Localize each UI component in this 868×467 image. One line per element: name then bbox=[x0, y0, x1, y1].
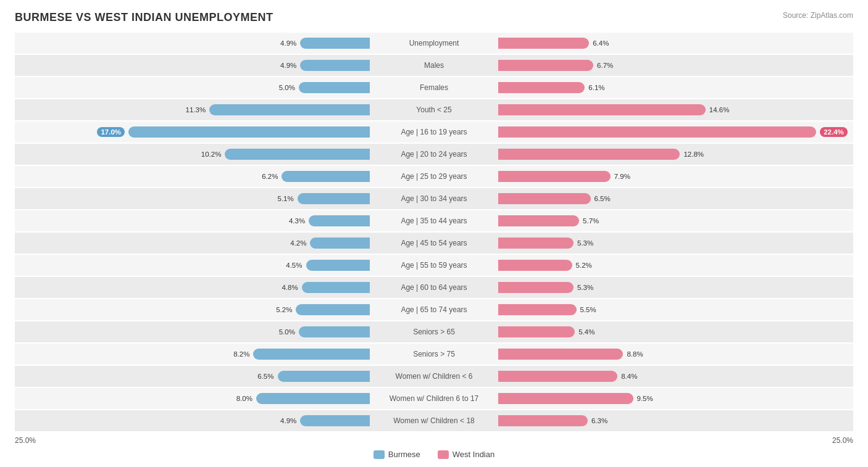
right-value: 5.3% bbox=[577, 239, 593, 247]
left-area: 5.2% bbox=[15, 299, 372, 320]
right-area: 5.7% bbox=[496, 210, 853, 231]
bar-right bbox=[498, 60, 593, 71]
bar-right bbox=[498, 415, 588, 426]
center-label: Age | 25 to 29 years bbox=[372, 172, 496, 181]
bar-left bbox=[300, 38, 370, 49]
bar-left bbox=[299, 326, 370, 337]
left-value: 4.9% bbox=[280, 417, 296, 424]
right-bar-container: 6.1% bbox=[498, 81, 853, 94]
bar-left bbox=[299, 82, 370, 93]
right-bar-container: 6.7% bbox=[498, 59, 853, 72]
left-value: 17.0% bbox=[97, 127, 125, 137]
bar-right bbox=[498, 193, 591, 204]
center-label: Women w/ Children < 6 bbox=[372, 372, 496, 381]
center-label: Seniors > 65 bbox=[372, 328, 496, 336]
bar-left bbox=[306, 260, 370, 271]
left-bar-container: 6.2% bbox=[15, 170, 370, 183]
right-bar-container: 6.4% bbox=[498, 37, 853, 49]
right-area: 22.4% bbox=[496, 122, 853, 143]
right-area: 8.4% bbox=[496, 366, 853, 387]
center-label: Women w/ Children 6 to 17 bbox=[372, 394, 496, 403]
right-area: 5.3% bbox=[496, 233, 853, 254]
right-bar-container: 12.8% bbox=[498, 148, 853, 160]
right-area: 5.4% bbox=[496, 321, 853, 342]
right-bar-container: 7.9% bbox=[498, 170, 853, 183]
legend-burmese: Burmese bbox=[373, 450, 420, 459]
left-area: 4.3% bbox=[15, 210, 372, 231]
bar-section: 4.9% Males 6.7% bbox=[15, 55, 853, 76]
bar-right bbox=[498, 238, 574, 249]
bar-left bbox=[256, 393, 370, 404]
right-area: 5.3% bbox=[496, 277, 853, 298]
left-area: 5.0% bbox=[15, 77, 372, 98]
center-label: Age | 35 to 44 years bbox=[372, 217, 496, 225]
left-bar-container: 4.3% bbox=[15, 215, 370, 227]
table-row: 4.8% Age | 60 to 64 years 5.3% bbox=[15, 277, 853, 298]
bar-section: 5.0% Females 6.1% bbox=[15, 77, 853, 98]
left-bar-container: 5.2% bbox=[15, 304, 370, 316]
right-bar-container: 6.3% bbox=[498, 415, 853, 427]
center-label: Females bbox=[372, 83, 496, 92]
bar-section: 4.9% Unemployment 6.4% bbox=[15, 33, 853, 54]
right-value: 7.9% bbox=[614, 173, 630, 180]
bar-right bbox=[498, 38, 589, 49]
legend-burmese-swatch bbox=[373, 450, 385, 459]
center-label: Age | 65 to 74 years bbox=[372, 305, 496, 314]
right-area: 6.4% bbox=[496, 33, 853, 54]
left-value: 4.3% bbox=[289, 217, 305, 225]
bar-section: 4.3% Age | 35 to 44 years 5.7% bbox=[15, 210, 853, 231]
bar-right bbox=[498, 149, 680, 160]
bar-right bbox=[498, 104, 706, 115]
left-value: 8.0% bbox=[236, 395, 252, 402]
left-bar-container: 4.9% bbox=[15, 415, 370, 427]
right-value: 5.5% bbox=[580, 306, 596, 313]
table-row: 8.2% Seniors > 75 8.8% bbox=[15, 344, 853, 365]
right-value: 5.2% bbox=[576, 262, 592, 269]
right-value: 9.5% bbox=[637, 395, 653, 402]
left-area: 4.5% bbox=[15, 255, 372, 276]
bar-section: 4.2% Age | 45 to 54 years 5.3% bbox=[15, 233, 853, 254]
table-row: 17.0% Age | 16 to 19 years 22.4% bbox=[15, 122, 853, 143]
center-label: Age | 45 to 54 years bbox=[372, 239, 496, 247]
bar-right bbox=[498, 326, 575, 337]
legend-burmese-label: Burmese bbox=[388, 450, 420, 459]
bar-left bbox=[298, 193, 370, 204]
chart-header: BURMESE VS WEST INDIAN UNEMPLOYMENT Sour… bbox=[15, 11, 853, 24]
bar-left bbox=[300, 60, 370, 71]
left-value: 5.0% bbox=[279, 84, 295, 91]
axis-right: 25.0% bbox=[496, 436, 853, 445]
left-area: 6.5% bbox=[15, 366, 372, 387]
right-value: 6.1% bbox=[588, 84, 604, 91]
axis-left-label: 25.0% bbox=[15, 436, 36, 445]
table-row: 4.9% Women w/ Children < 18 6.3% bbox=[15, 410, 853, 431]
left-bar-container: 4.5% bbox=[15, 259, 370, 271]
table-row: 6.2% Age | 25 to 29 years 7.9% bbox=[15, 166, 853, 187]
bar-right bbox=[498, 171, 611, 182]
left-value: 5.0% bbox=[279, 328, 295, 336]
right-bar-container: 22.4% bbox=[498, 126, 853, 138]
left-value: 10.2% bbox=[201, 151, 222, 158]
center-label: Youth < 25 bbox=[372, 105, 496, 114]
left-value: 6.2% bbox=[262, 173, 278, 180]
bar-section: 6.5% Women w/ Children < 6 8.4% bbox=[15, 366, 853, 387]
center-label: Age | 60 to 64 years bbox=[372, 283, 496, 292]
bar-right bbox=[498, 393, 633, 404]
right-area: 9.5% bbox=[496, 388, 853, 409]
bar-right bbox=[498, 304, 577, 315]
axis-left: 25.0% bbox=[15, 436, 372, 445]
right-value: 5.4% bbox=[578, 328, 595, 336]
table-row: 11.3% Youth < 25 14.6% bbox=[15, 99, 853, 120]
right-area: 12.8% bbox=[496, 144, 853, 165]
right-value: 8.4% bbox=[621, 373, 637, 380]
bar-right bbox=[498, 282, 574, 293]
right-area: 7.9% bbox=[496, 166, 853, 187]
bar-left bbox=[278, 371, 370, 382]
left-bar-container: 5.1% bbox=[15, 192, 370, 205]
right-bar-container: 5.4% bbox=[498, 326, 853, 338]
left-area: 8.0% bbox=[15, 388, 372, 409]
right-value: 14.6% bbox=[709, 106, 730, 114]
right-area: 6.7% bbox=[496, 55, 853, 76]
right-bar-container: 5.2% bbox=[498, 259, 853, 271]
left-value: 4.9% bbox=[280, 39, 296, 47]
center-label: Women w/ Children < 18 bbox=[372, 416, 496, 425]
